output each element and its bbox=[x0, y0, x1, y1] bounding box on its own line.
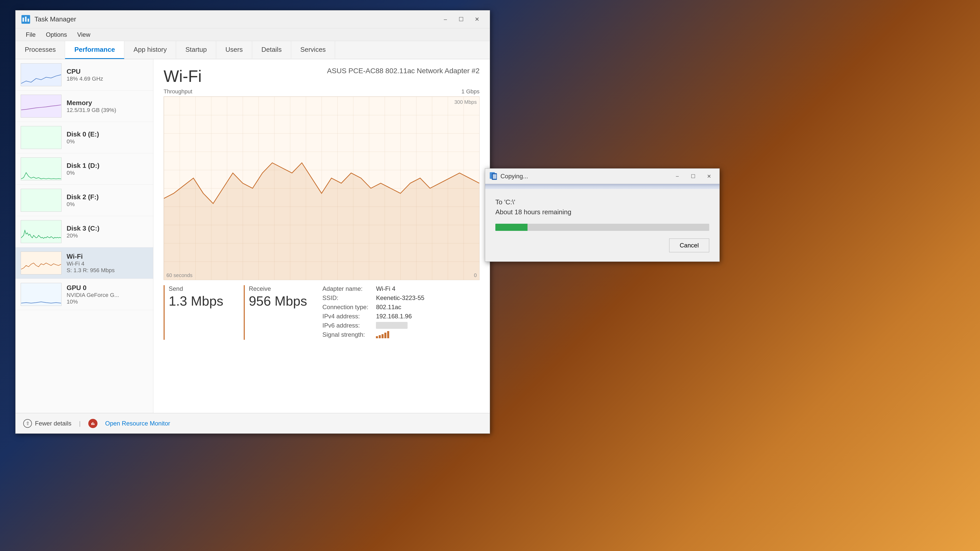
disk1-info: Disk 1 (D:) 0% bbox=[67, 162, 148, 176]
open-resource-monitor-link[interactable]: Open Resource Monitor bbox=[105, 420, 170, 427]
wifi-label: Wi-Fi bbox=[67, 252, 148, 260]
minimize-button[interactable]: – bbox=[438, 13, 453, 26]
graph-meta: Throughput 1 Gbps bbox=[164, 88, 479, 95]
disk2-label: Disk 2 (F:) bbox=[67, 193, 148, 201]
ssid-label: SSID: bbox=[322, 294, 368, 302]
recv-label: Receive bbox=[249, 285, 307, 292]
sidebar-item-memory[interactable]: Memory 12.5/31.9 GB (39%) bbox=[16, 91, 153, 122]
memory-info: Memory 12.5/31.9 GB (39%) bbox=[67, 99, 148, 114]
tab-services[interactable]: Services bbox=[291, 41, 335, 59]
sidebar-item-disk1[interactable]: Disk 1 (D:) 0% bbox=[16, 153, 153, 185]
chart-svg bbox=[164, 97, 479, 280]
adapter-name-label: Adapter name: bbox=[322, 285, 368, 292]
tab-startup[interactable]: Startup bbox=[176, 41, 216, 59]
svg-rect-8 bbox=[94, 424, 94, 425]
memory-detail: 12.5/31.9 GB (39%) bbox=[67, 107, 148, 114]
adapter-label: ASUS PCE-AC88 802.11ac Network Adapter #… bbox=[327, 67, 479, 75]
copy-maximize-button[interactable]: ☐ bbox=[687, 171, 700, 182]
ipv4-value: 192.168.1.96 bbox=[376, 313, 479, 320]
ipv6-label: IPv6 address: bbox=[322, 322, 368, 329]
gpu0-detail: NVIDIA GeForce G... bbox=[67, 292, 148, 299]
menu-options[interactable]: Options bbox=[41, 29, 72, 40]
disk0-info: Disk 0 (E:) 0% bbox=[67, 130, 148, 145]
disk1-detail: 0% bbox=[67, 170, 148, 176]
conn-type-label: Connection type: bbox=[322, 303, 368, 311]
graph-area: Wi-Fi ASUS PCE-AC88 802.11ac Network Ada… bbox=[153, 59, 490, 413]
send-recv: Send 1.3 Mbps Receive 956 Mbps bbox=[164, 285, 307, 340]
copy-destination: To 'C:\' bbox=[495, 198, 709, 206]
signal-bar-3 bbox=[382, 334, 383, 338]
conn-type-value: 802.11ac bbox=[376, 303, 479, 311]
gpu0-detail2: 10% bbox=[67, 299, 148, 305]
fewer-details-button[interactable]: ⇧ Fewer details bbox=[23, 419, 72, 428]
svg-rect-3 bbox=[27, 19, 29, 22]
disk3-info: Disk 3 (C:) 20% bbox=[67, 224, 148, 239]
ipv4-label: IPv4 address: bbox=[322, 313, 368, 320]
signal-bar-1 bbox=[376, 336, 378, 338]
chart-scale-left: 60 seconds bbox=[166, 272, 192, 278]
send-block: Send 1.3 Mbps bbox=[164, 285, 223, 340]
cancel-button[interactable]: Cancel bbox=[669, 238, 709, 252]
chart-scale-right: 300 Mbps bbox=[454, 99, 477, 105]
signal-value bbox=[376, 331, 479, 340]
menu-bar: File Options View bbox=[16, 28, 490, 41]
wifi-detail2: S: 1.3 R: 956 Mbps bbox=[67, 267, 148, 274]
resource-monitor-icon bbox=[88, 419, 97, 428]
graph-header: Wi-Fi ASUS PCE-AC88 802.11ac Network Ada… bbox=[164, 67, 479, 86]
maximize-button[interactable]: ☐ bbox=[453, 13, 469, 26]
cpu-label: CPU bbox=[67, 68, 148, 76]
sidebar-item-wifi[interactable]: Wi-Fi Wi-Fi 4 S: 1.3 R: 956 Mbps bbox=[16, 248, 153, 279]
copy-title-bar: Copying... – ☐ ✕ bbox=[485, 168, 719, 184]
tab-performance[interactable]: Performance bbox=[65, 41, 124, 59]
wifi-info: Wi-Fi Wi-Fi 4 S: 1.3 R: 956 Mbps bbox=[67, 252, 148, 274]
throughput-max: 1 Gbps bbox=[461, 88, 479, 95]
cpu-info: CPU 18% 4.69 GHz bbox=[67, 68, 148, 82]
copy-dialog: Copying... – ☐ ✕ To 'C:\' About 18 hours… bbox=[485, 168, 720, 262]
sidebar-item-gpu0[interactable]: GPU 0 NVIDIA GeForce G... 10% bbox=[16, 279, 153, 310]
adapter-name-value: Wi-Fi 4 bbox=[376, 285, 479, 292]
disk3-label: Disk 3 (C:) bbox=[67, 224, 148, 232]
close-button[interactable]: ✕ bbox=[469, 13, 485, 26]
send-label: Send bbox=[169, 285, 223, 292]
sidebar-item-cpu[interactable]: CPU 18% 4.69 GHz bbox=[16, 59, 153, 91]
menu-view[interactable]: View bbox=[72, 29, 95, 40]
copy-progress-header bbox=[485, 184, 719, 189]
svg-rect-6 bbox=[91, 423, 92, 425]
stats-section: Send 1.3 Mbps Receive 956 Mbps Adapter n… bbox=[164, 285, 479, 340]
disk0-label: Disk 0 (E:) bbox=[67, 130, 148, 138]
tab-processes[interactable]: Processes bbox=[16, 41, 65, 59]
recv-block: Receive 956 Mbps bbox=[244, 285, 307, 340]
sidebar-item-disk0[interactable]: Disk 0 (E:) 0% bbox=[16, 122, 153, 153]
cpu-thumbnail bbox=[21, 63, 62, 86]
disk2-thumbnail bbox=[21, 189, 62, 212]
disk3-detail: 20% bbox=[67, 232, 148, 239]
tab-users[interactable]: Users bbox=[216, 41, 252, 59]
progress-track bbox=[495, 224, 709, 231]
sidebar-item-disk2[interactable]: Disk 2 (F:) 0% bbox=[16, 185, 153, 216]
copy-minimize-button[interactable]: – bbox=[671, 171, 684, 182]
copy-footer: Cancel bbox=[495, 238, 709, 252]
sidebar-item-disk3[interactable]: Disk 3 (C:) 20% bbox=[16, 216, 153, 248]
gpu0-info: GPU 0 NVIDIA GeForce G... 10% bbox=[67, 284, 148, 305]
copy-close-button[interactable]: ✕ bbox=[703, 171, 715, 182]
throughput-chart: 300 Mbps 60 seconds 0 bbox=[164, 97, 479, 280]
signal-bar-5 bbox=[387, 331, 389, 338]
tab-apphistory[interactable]: App history bbox=[124, 41, 176, 59]
task-manager-window: Task Manager – ☐ ✕ File Options View Pro… bbox=[15, 10, 490, 433]
disk0-thumbnail bbox=[21, 126, 62, 149]
adapter-details: Adapter name: Wi-Fi 4 SSID: Keenetic-322… bbox=[322, 285, 479, 340]
disk1-thumbnail bbox=[21, 157, 62, 180]
graph-title: Wi-Fi bbox=[164, 67, 202, 86]
svg-rect-11 bbox=[493, 174, 496, 179]
content-area: CPU 18% 4.69 GHz Memory 12.5/31.9 GB (39… bbox=[16, 59, 490, 413]
tab-details[interactable]: Details bbox=[252, 41, 291, 59]
gpu0-label: GPU 0 bbox=[67, 284, 148, 292]
window-title: Task Manager bbox=[35, 15, 438, 23]
cpu-detail: 18% 4.69 GHz bbox=[67, 76, 148, 82]
disk2-info: Disk 2 (F:) 0% bbox=[67, 193, 148, 208]
send-value: 1.3 Mbps bbox=[169, 293, 223, 309]
menu-file[interactable]: File bbox=[21, 29, 41, 40]
signal-label: Signal strength: bbox=[322, 331, 368, 340]
svg-rect-7 bbox=[92, 422, 93, 425]
copy-dialog-icon bbox=[489, 171, 497, 181]
